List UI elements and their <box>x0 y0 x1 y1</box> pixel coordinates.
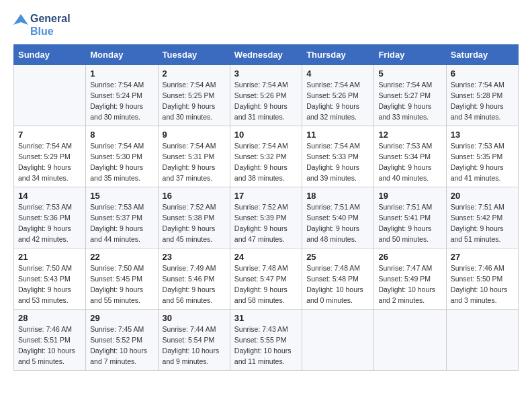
weekday-header-monday: Monday <box>86 45 158 65</box>
day-info: Sunrise: 7:43 AM Sunset: 5:55 PM Dayligh… <box>234 324 298 367</box>
day-info: Sunrise: 7:45 AM Sunset: 5:52 PM Dayligh… <box>90 324 153 367</box>
calendar-table: SundayMondayTuesdayWednesdayThursdayFrid… <box>13 44 519 371</box>
calendar-week-row: 21Sunrise: 7:50 AM Sunset: 5:43 PM Dayli… <box>14 248 519 310</box>
weekday-header-sunday: Sunday <box>14 45 86 65</box>
day-number: 31 <box>234 313 298 323</box>
calendar-cell: 11Sunrise: 7:54 AM Sunset: 5:33 PM Dayli… <box>302 126 374 187</box>
day-number: 28 <box>18 313 81 323</box>
calendar-cell <box>374 310 446 371</box>
calendar-cell: 21Sunrise: 7:50 AM Sunset: 5:43 PM Dayli… <box>14 248 86 310</box>
day-number: 18 <box>306 191 369 201</box>
day-info: Sunrise: 7:52 AM Sunset: 5:38 PM Dayligh… <box>163 202 226 244</box>
calendar-cell: 29Sunrise: 7:45 AM Sunset: 5:52 PM Dayli… <box>86 310 158 371</box>
calendar-cell: 23Sunrise: 7:49 AM Sunset: 5:46 PM Dayli… <box>158 248 230 310</box>
day-info: Sunrise: 7:54 AM Sunset: 5:32 PM Dayligh… <box>234 141 298 183</box>
day-number: 24 <box>234 252 298 262</box>
calendar-cell: 17Sunrise: 7:52 AM Sunset: 5:39 PM Dayli… <box>230 187 302 248</box>
day-info: Sunrise: 7:53 AM Sunset: 5:35 PM Dayligh… <box>451 141 514 183</box>
day-info: Sunrise: 7:54 AM Sunset: 5:26 PM Dayligh… <box>306 80 369 122</box>
day-number: 12 <box>378 130 441 140</box>
weekday-header-row: SundayMondayTuesdayWednesdayThursdayFrid… <box>14 45 519 65</box>
day-number: 25 <box>306 252 369 262</box>
weekday-header-thursday: Thursday <box>302 45 374 65</box>
day-info: Sunrise: 7:53 AM Sunset: 5:34 PM Dayligh… <box>378 141 441 183</box>
day-number: 15 <box>90 191 153 201</box>
day-info: Sunrise: 7:54 AM Sunset: 5:24 PM Dayligh… <box>90 80 153 122</box>
calendar-cell: 12Sunrise: 7:53 AM Sunset: 5:34 PM Dayli… <box>374 126 446 187</box>
day-number: 4 <box>306 68 369 79</box>
day-number: 3 <box>234 68 298 79</box>
day-info: Sunrise: 7:46 AM Sunset: 5:50 PM Dayligh… <box>451 263 514 306</box>
calendar-cell: 5Sunrise: 7:54 AM Sunset: 5:27 PM Daylig… <box>374 65 446 126</box>
day-number: 29 <box>90 313 153 323</box>
day-number: 26 <box>378 252 441 262</box>
day-number: 27 <box>451 252 514 262</box>
logo-blue: Blue <box>30 25 71 38</box>
day-info: Sunrise: 7:46 AM Sunset: 5:51 PM Dayligh… <box>18 324 81 367</box>
calendar-cell: 31Sunrise: 7:43 AM Sunset: 5:55 PM Dayli… <box>230 310 302 371</box>
calendar-cell: 10Sunrise: 7:54 AM Sunset: 5:32 PM Dayli… <box>230 126 302 187</box>
day-number: 9 <box>163 130 226 140</box>
day-info: Sunrise: 7:54 AM Sunset: 5:28 PM Dayligh… <box>451 80 514 122</box>
day-info: Sunrise: 7:54 AM Sunset: 5:27 PM Dayligh… <box>378 80 441 122</box>
day-info: Sunrise: 7:50 AM Sunset: 5:43 PM Dayligh… <box>18 263 81 306</box>
calendar-cell: 19Sunrise: 7:51 AM Sunset: 5:41 PM Dayli… <box>374 187 446 248</box>
calendar-cell: 18Sunrise: 7:51 AM Sunset: 5:40 PM Dayli… <box>302 187 374 248</box>
day-info: Sunrise: 7:52 AM Sunset: 5:39 PM Dayligh… <box>234 202 298 244</box>
day-info: Sunrise: 7:54 AM Sunset: 5:25 PM Dayligh… <box>163 80 226 122</box>
calendar-cell: 25Sunrise: 7:48 AM Sunset: 5:48 PM Dayli… <box>302 248 374 310</box>
day-number: 7 <box>18 130 81 140</box>
day-info: Sunrise: 7:48 AM Sunset: 5:48 PM Dayligh… <box>306 263 369 306</box>
calendar-cell: 30Sunrise: 7:44 AM Sunset: 5:54 PM Dayli… <box>158 310 230 371</box>
calendar-cell: 15Sunrise: 7:53 AM Sunset: 5:37 PM Dayli… <box>86 187 158 248</box>
calendar-week-row: 14Sunrise: 7:53 AM Sunset: 5:36 PM Dayli… <box>14 187 519 248</box>
calendar-cell: 9Sunrise: 7:54 AM Sunset: 5:31 PM Daylig… <box>158 126 230 187</box>
day-info: Sunrise: 7:51 AM Sunset: 5:41 PM Dayligh… <box>378 202 441 244</box>
weekday-header-wednesday: Wednesday <box>230 45 302 65</box>
calendar-cell: 1Sunrise: 7:54 AM Sunset: 5:24 PM Daylig… <box>86 65 158 126</box>
day-info: Sunrise: 7:51 AM Sunset: 5:40 PM Dayligh… <box>306 202 369 244</box>
calendar-cell: 24Sunrise: 7:48 AM Sunset: 5:47 PM Dayli… <box>230 248 302 310</box>
calendar-week-row: 28Sunrise: 7:46 AM Sunset: 5:51 PM Dayli… <box>14 310 519 371</box>
day-number: 13 <box>451 130 514 140</box>
header-row: General Blue <box>13 12 519 38</box>
weekday-header-tuesday: Tuesday <box>158 45 230 65</box>
day-number: 20 <box>451 191 514 201</box>
day-info: Sunrise: 7:51 AM Sunset: 5:42 PM Dayligh… <box>451 202 514 244</box>
svg-marker-0 <box>13 14 28 25</box>
weekday-header-friday: Friday <box>374 45 446 65</box>
day-number: 10 <box>234 130 298 140</box>
day-number: 14 <box>18 191 81 201</box>
day-number: 22 <box>90 252 153 262</box>
day-number: 19 <box>378 191 441 201</box>
calendar-cell: 27Sunrise: 7:46 AM Sunset: 5:50 PM Dayli… <box>446 248 518 310</box>
day-number: 2 <box>163 68 226 79</box>
day-info: Sunrise: 7:54 AM Sunset: 5:30 PM Dayligh… <box>90 141 153 183</box>
day-number: 11 <box>306 130 369 140</box>
calendar-cell: 8Sunrise: 7:54 AM Sunset: 5:30 PM Daylig… <box>86 126 158 187</box>
day-number: 17 <box>234 191 298 201</box>
day-number: 1 <box>90 68 153 79</box>
calendar-cell: 28Sunrise: 7:46 AM Sunset: 5:51 PM Dayli… <box>14 310 86 371</box>
logo-text: General Blue <box>13 12 71 38</box>
day-info: Sunrise: 7:53 AM Sunset: 5:37 PM Dayligh… <box>90 202 153 244</box>
calendar-cell: 3Sunrise: 7:54 AM Sunset: 5:26 PM Daylig… <box>230 65 302 126</box>
day-info: Sunrise: 7:53 AM Sunset: 5:36 PM Dayligh… <box>18 202 81 244</box>
calendar-cell <box>446 310 518 371</box>
logo-general: General <box>30 12 71 25</box>
day-info: Sunrise: 7:54 AM Sunset: 5:29 PM Dayligh… <box>18 141 81 183</box>
calendar-cell: 13Sunrise: 7:53 AM Sunset: 5:35 PM Dayli… <box>446 126 518 187</box>
day-info: Sunrise: 7:50 AM Sunset: 5:45 PM Dayligh… <box>90 263 153 306</box>
day-info: Sunrise: 7:47 AM Sunset: 5:49 PM Dayligh… <box>378 263 441 306</box>
day-number: 21 <box>18 252 81 262</box>
day-number: 30 <box>163 313 226 323</box>
day-number: 8 <box>90 130 153 140</box>
calendar-body: 1Sunrise: 7:54 AM Sunset: 5:24 PM Daylig… <box>14 65 519 371</box>
day-info: Sunrise: 7:54 AM Sunset: 5:31 PM Dayligh… <box>163 141 226 183</box>
calendar-week-row: 7Sunrise: 7:54 AM Sunset: 5:29 PM Daylig… <box>14 126 519 187</box>
calendar-cell: 14Sunrise: 7:53 AM Sunset: 5:36 PM Dayli… <box>14 187 86 248</box>
calendar-cell: 4Sunrise: 7:54 AM Sunset: 5:26 PM Daylig… <box>302 65 374 126</box>
logo-bird-icon <box>13 13 28 37</box>
calendar-cell: 20Sunrise: 7:51 AM Sunset: 5:42 PM Dayli… <box>446 187 518 248</box>
day-info: Sunrise: 7:54 AM Sunset: 5:33 PM Dayligh… <box>306 141 369 183</box>
